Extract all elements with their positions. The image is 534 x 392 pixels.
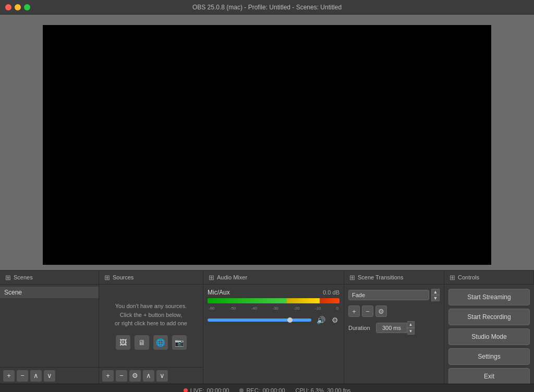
vu-tick-marks: -60 -50 -40 -30 -20 -10 0 [208, 306, 339, 311]
transition-spin-up[interactable]: ▲ [431, 289, 440, 295]
audio-panel: Mic/Aux 0.0 dB -60 -50 -40 -30 -20 -10 0 [203, 285, 344, 384]
window-controls[interactable] [5, 4, 30, 10]
scenes-list: Scene [0, 285, 99, 367]
source-type-icons: 🖼 🖥 🌐 📷 [116, 335, 187, 350]
rec-time: 00:00:00 [263, 387, 285, 393]
volume-slider[interactable] [208, 318, 311, 322]
transition-select[interactable]: Fade Cut Swipe Slide [348, 290, 429, 300]
audio-settings-button[interactable]: ⚙ [331, 315, 339, 325]
audio-panel-icon: ⊞ [209, 274, 214, 281]
panel-headers: ⊞ Scenes ⊞ Sources ⊞ Audio Mixer ⊞ Scene… [0, 270, 534, 285]
remove-source-button[interactable]: − [116, 370, 127, 382]
duration-spin-down[interactable]: ▼ [407, 328, 415, 335]
rec-indicator [239, 388, 244, 393]
audio-panel-header[interactable]: ⊞ Audio Mixer [203, 271, 344, 284]
source-settings-button[interactable]: ⚙ [129, 370, 141, 382]
preview-canvas [43, 25, 491, 265]
add-scene-button[interactable]: + [3, 370, 15, 382]
start-streaming-button[interactable]: Start Streaming [448, 289, 530, 305]
sources-footer: + − ⚙ ∧ ∨ [99, 367, 203, 384]
scenes-footer: + − ∧ ∨ [0, 367, 99, 384]
controls-panel: Start Streaming Start Recording Studio M… [444, 285, 534, 384]
cpu-label: CPU: 6.3%, 30.00 fps [296, 387, 351, 393]
controls-panel-icon: ⊞ [450, 274, 455, 281]
move-source-down-button[interactable]: ∨ [156, 370, 168, 382]
scenes-panel-icon: ⊞ [5, 274, 11, 281]
scenes-panel-label: Scenes [14, 274, 33, 280]
start-recording-button[interactable]: Start Recording [448, 309, 530, 325]
transitions-panel: Fade Cut Swipe Slide ▲ ▼ + − ⚙ Duration … [344, 285, 444, 384]
move-scene-down-button[interactable]: ∨ [44, 370, 55, 382]
vu-segment-green [208, 298, 287, 303]
duration-spin-buttons: ▲ ▼ [407, 321, 415, 335]
display-source-icon: 🖥 [135, 335, 149, 350]
studio-mode-button[interactable]: Studio Mode [448, 328, 530, 345]
sources-panel-header[interactable]: ⊞ Sources [99, 271, 203, 284]
window-title: OBS 25.0.8 (mac) - Profile: Untitled - S… [192, 4, 342, 11]
rec-status: REC: 00:00:00 [239, 387, 285, 393]
preview-area [0, 15, 534, 270]
transitions-panel-icon: ⊞ [349, 274, 355, 281]
sources-empty-state: You don't have any sources.Click the + b… [99, 285, 203, 367]
transition-spin-buttons: ▲ ▼ [431, 289, 440, 301]
remove-scene-button[interactable]: − [17, 370, 28, 382]
transitions-actions: + − ⚙ [348, 305, 440, 317]
audio-track-micaux: Mic/Aux 0.0 dB -60 -50 -40 -30 -20 -10 0 [208, 289, 339, 325]
scenes-panel: Scene + − ∧ ∨ [0, 285, 99, 384]
image-source-icon: 🖼 [116, 335, 130, 350]
sources-panel: You don't have any sources.Click the + b… [99, 285, 203, 384]
exit-button[interactable]: Exit [448, 368, 530, 385]
duration-label: Duration [348, 325, 372, 331]
audio-track-name: Mic/Aux [208, 289, 230, 296]
duration-spin-up[interactable]: ▲ [407, 321, 415, 328]
duration-input[interactable] [376, 323, 407, 333]
audio-controls-row: 🔊 ⚙ [208, 315, 339, 325]
audio-panel-label: Audio Mixer [217, 274, 247, 280]
transitions-panel-label: Scene Transitions [358, 274, 403, 280]
sources-empty-text: You don't have any sources.Click the + b… [115, 302, 187, 328]
transition-spin-down[interactable]: ▼ [431, 295, 440, 301]
audio-track-header: Mic/Aux 0.0 dB [208, 289, 339, 296]
transition-select-row: Fade Cut Swipe Slide ▲ ▼ [348, 289, 440, 301]
volume-slider-thumb [287, 317, 293, 323]
titlebar: OBS 25.0.8 (mac) - Profile: Untitled - S… [0, 0, 534, 15]
controls-panel-header[interactable]: ⊞ Controls [444, 271, 534, 284]
rec-label: REC: [246, 387, 260, 393]
maximize-button[interactable] [24, 4, 30, 10]
vu-meter-bar [208, 298, 339, 303]
sources-panel-icon: ⊞ [104, 274, 110, 281]
statusbar: LIVE: 00:00:00 REC: 00:00:00 CPU: 6.3%, … [0, 384, 534, 392]
live-label: LIVE: [190, 387, 204, 393]
add-source-button[interactable]: + [102, 370, 114, 382]
camera-source-icon: 📷 [172, 335, 187, 350]
list-item[interactable]: Scene [0, 287, 99, 298]
browser-source-icon: 🌐 [153, 335, 168, 350]
live-status: LIVE: 00:00:00 [184, 387, 229, 393]
move-scene-up-button[interactable]: ∧ [30, 370, 42, 382]
duration-row: Duration ▲ ▼ [348, 321, 440, 335]
minimize-button[interactable] [15, 4, 21, 10]
transitions-panel-header[interactable]: ⊞ Scene Transitions [344, 271, 444, 284]
cpu-status: CPU: 6.3%, 30.00 fps [296, 387, 351, 393]
settings-button[interactable]: Settings [448, 348, 530, 365]
vu-segment-yellow [287, 298, 320, 303]
vu-segment-red [320, 298, 339, 303]
controls-panel-label: Controls [458, 274, 479, 280]
live-indicator [184, 388, 188, 393]
transition-settings-button[interactable]: ⚙ [375, 305, 387, 317]
panels-row: Scene + − ∧ ∨ You don't have any sources… [0, 285, 534, 384]
sources-panel-label: Sources [113, 274, 134, 280]
vu-meter [208, 298, 339, 303]
remove-transition-button[interactable]: − [362, 305, 373, 317]
audio-track-db: 0.0 dB [323, 289, 339, 296]
add-transition-button[interactable]: + [348, 305, 360, 317]
live-time: 00:00:00 [207, 387, 229, 393]
duration-input-wrap: ▲ ▼ [376, 321, 440, 335]
move-source-up-button[interactable]: ∧ [143, 370, 154, 382]
close-button[interactable] [5, 4, 11, 10]
scenes-panel-header[interactable]: ⊞ Scenes [0, 271, 99, 284]
mute-button[interactable]: 🔊 [315, 315, 326, 325]
